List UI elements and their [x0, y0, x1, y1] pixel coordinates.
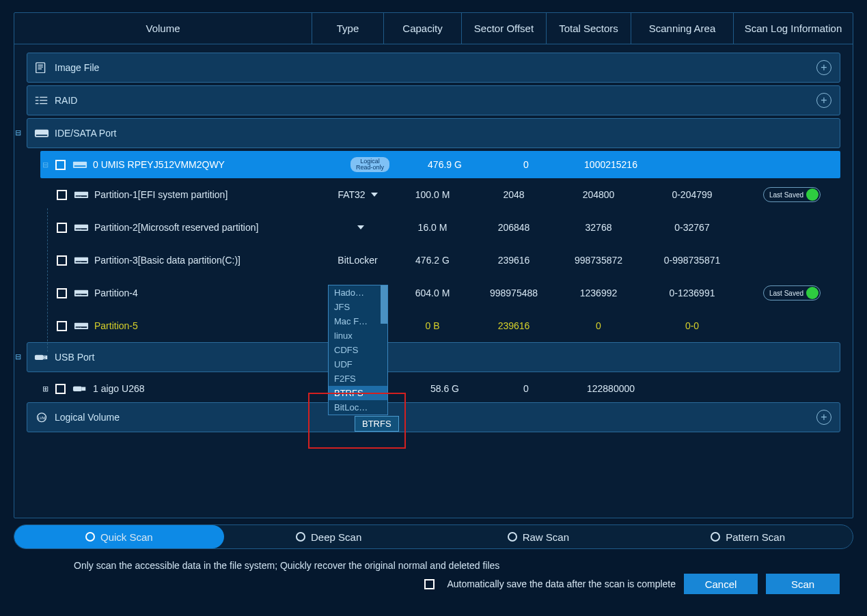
category-raid[interactable]: RAID +	[27, 85, 840, 115]
filesystem-option[interactable]: BitLoc…	[329, 400, 387, 415]
partition-row[interactable]: Partition-1[EFI system partition] FAT32 …	[40, 178, 840, 211]
device-sectors: 1000215216	[568, 159, 653, 170]
chevron-down-icon[interactable]	[371, 193, 378, 197]
partition-type-select[interactable]: FAT32	[322, 189, 394, 200]
partition-checkbox[interactable]	[57, 321, 67, 331]
usb-offset: 0	[484, 383, 568, 394]
category-logical-volume[interactable]: LVM Logical Volume +	[27, 402, 840, 432]
collapse-device-icon[interactable]: ⊟	[40, 160, 50, 169]
add-image-file-icon[interactable]: +	[816, 60, 831, 75]
device-checkbox[interactable]	[55, 160, 66, 170]
expand-usb-device-icon[interactable]: ⊞	[40, 384, 50, 393]
svg-rect-4	[36, 97, 39, 98]
svg-rect-0	[36, 63, 45, 73]
filesystem-option[interactable]: CDFS	[329, 343, 387, 357]
partition-row[interactable]: Partition-4 NTFS 604.0 M 998975488 12369…	[40, 277, 840, 309]
pattern-scan-mode[interactable]: Pattern Scan	[643, 525, 853, 548]
add-logical-volume-icon[interactable]: +	[816, 410, 831, 425]
partition-row[interactable]: Partition-3[Basic data partition(C:)] Bi…	[40, 244, 840, 277]
filesystem-option[interactable]: Mac F…	[329, 314, 387, 328]
cancel-button[interactable]: Cancel	[684, 574, 758, 594]
auto-save-option[interactable]: Automatically save the data after the sc…	[424, 578, 676, 589]
volume-tree: Image File + RAID + ⊟ IDE/SATA Port ⊟	[14, 44, 853, 432]
auto-save-checkbox[interactable]	[424, 579, 435, 589]
partition-name: Partition-4	[94, 288, 138, 298]
saved-label: Last Saved	[769, 191, 803, 199]
usb-device-row[interactable]: ⊞ 1 aigo U268 58.6 G 0 122880000	[40, 375, 840, 402]
logical-readonly-badge: LogicalRead-only	[350, 157, 389, 172]
filesystem-option[interactable]: linux	[329, 328, 387, 343]
saved-label: Last Saved	[769, 290, 803, 297]
toggle-on-icon	[806, 188, 818, 201]
header-total-sectors[interactable]: Total Sectors	[547, 13, 631, 44]
auto-save-label: Automatically save the data after the sc…	[447, 578, 676, 589]
header-type[interactable]: Type	[312, 13, 384, 44]
radio-icon	[711, 532, 720, 542]
header-scanning-area[interactable]: Scanning Area	[631, 13, 734, 44]
partition-checkbox[interactable]	[57, 190, 67, 200]
partition-offset: 998975488	[471, 288, 556, 298]
header-sector-offset[interactable]: Sector Offset	[462, 13, 547, 44]
filesystem-option[interactable]: UDF	[329, 357, 387, 372]
category-label: Logical Volume	[55, 412, 120, 423]
svg-rect-30	[78, 327, 79, 328]
partition-name: Partition-5	[94, 320, 138, 331]
filesystem-option[interactable]: JFS	[329, 300, 387, 314]
last-saved-badge[interactable]: Last Saved	[763, 187, 821, 202]
header-volume[interactable]: Volume	[14, 13, 312, 44]
filesystem-option[interactable]: F2FS	[329, 372, 387, 386]
partition-offset: 206848	[471, 222, 556, 233]
svg-rect-3	[38, 68, 42, 69]
collapse-ide-sata-icon[interactable]: ⊟	[15, 128, 21, 137]
svg-rect-9	[40, 103, 47, 104]
svg-rect-22	[78, 262, 79, 262]
svg-rect-18	[78, 229, 79, 229]
last-saved-badge[interactable]: Last Saved	[763, 285, 821, 300]
category-label: IDE/SATA Port	[55, 128, 117, 139]
partition-sectors: 32768	[556, 222, 641, 233]
partition-checkbox[interactable]	[57, 288, 67, 298]
header-scan-log[interactable]: Scan Log Information	[734, 13, 853, 44]
device-row-0[interactable]: ⊟ 0 UMIS RPEYJ512VMM2QWY LogicalRead-onl…	[40, 151, 840, 178]
quick-scan-mode[interactable]: Quick Scan	[14, 525, 224, 548]
svg-rect-8	[40, 100, 47, 100]
toggle-on-icon	[806, 287, 818, 299]
partition-type-select[interactable]: BitLocker	[322, 255, 394, 266]
svg-rect-19	[80, 229, 81, 229]
main-panel: Volume Type Capacity Sector Offset Total…	[14, 12, 853, 518]
partition-scan-area: 0-0	[641, 320, 743, 331]
svg-rect-35	[44, 358, 46, 359]
svg-rect-7	[40, 97, 47, 98]
raw-scan-mode[interactable]: Raw Scan	[434, 525, 644, 548]
partition-sectors: 1236992	[556, 288, 641, 298]
svg-rect-13	[77, 196, 78, 197]
filesystem-dropdown[interactable]: Hado…JFSMac F…linuxCDFSUDFF2FSBTRFSBitLo…	[328, 285, 388, 415]
usb-device-checkbox[interactable]	[55, 384, 66, 394]
category-image-file[interactable]: Image File +	[27, 53, 840, 83]
partition-row[interactable]: Partition-5 0 B 239616 0 0-0	[40, 309, 840, 342]
filesystem-option[interactable]: Hado…	[329, 285, 387, 300]
dropdown-scrollbar[interactable]	[381, 285, 387, 324]
collapse-usb-icon[interactable]: ⊟	[15, 352, 21, 361]
scan-button[interactable]: Scan	[766, 574, 840, 594]
category-ide-sata[interactable]: IDE/SATA Port	[27, 118, 840, 148]
column-headers: Volume Type Capacity Sector Offset Total…	[14, 13, 853, 44]
svg-rect-31	[80, 327, 81, 328]
radio-icon	[508, 532, 517, 542]
chevron-down-icon[interactable]	[357, 225, 364, 229]
header-capacity[interactable]: Capacity	[384, 13, 462, 44]
filesystem-option[interactable]: BTRFS	[329, 386, 387, 400]
partition-row[interactable]: Partition-2[Microsoft reserved partition…	[40, 211, 840, 244]
partition-type-select[interactable]	[322, 225, 394, 229]
deep-scan-mode[interactable]: Deep Scan	[224, 525, 434, 548]
add-raid-icon[interactable]: +	[816, 93, 831, 108]
category-usb[interactable]: USB Port	[27, 342, 840, 372]
scan-mode-hint: Only scan the accessible data in the fil…	[74, 560, 499, 571]
drive-icon	[34, 127, 49, 139]
partition-checkbox[interactable]	[57, 255, 67, 266]
partition-checkbox[interactable]	[57, 223, 67, 233]
partition-offset: 239616	[471, 255, 556, 266]
mode-label: Quick Scan	[100, 531, 153, 543]
partition-icon	[74, 320, 89, 332]
svg-rect-6	[36, 103, 39, 104]
